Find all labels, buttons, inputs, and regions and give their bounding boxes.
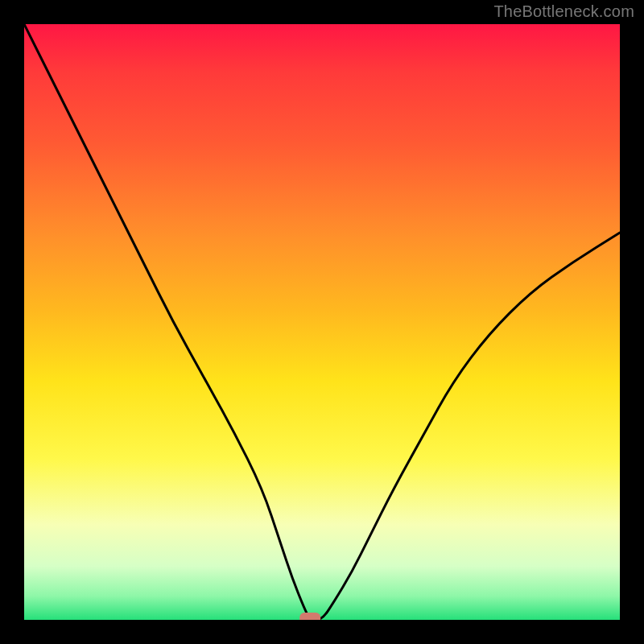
attribution-text: TheBottleneck.com bbox=[493, 2, 634, 21]
chart-svg bbox=[24, 24, 620, 620]
plot-area bbox=[24, 24, 620, 620]
chart-frame: TheBottleneck.com bbox=[0, 0, 644, 644]
minimum-marker bbox=[299, 613, 320, 620]
curve-line bbox=[24, 24, 620, 620]
